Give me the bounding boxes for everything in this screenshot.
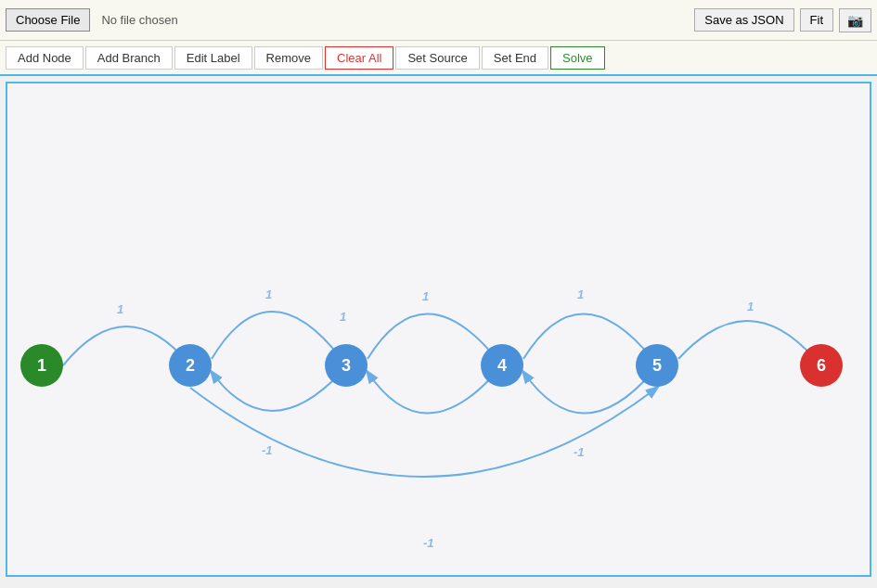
- camera-button[interactable]: 📷: [839, 8, 871, 32]
- fit-button[interactable]: Fit: [800, 8, 833, 32]
- node-2[interactable]: 2: [169, 344, 212, 387]
- set-end-button[interactable]: Set End: [482, 46, 548, 70]
- svg-text:1: 1: [422, 289, 429, 303]
- svg-text:-1: -1: [262, 443, 273, 457]
- save-json-button[interactable]: Save as JSON: [694, 8, 793, 32]
- graph-svg: 1 1 -1 1 1 -1 1 -1 1: [7, 83, 870, 575]
- node-1-label: 1: [37, 356, 46, 376]
- svg-text:1: 1: [340, 310, 346, 324]
- node-4[interactable]: 4: [481, 344, 523, 387]
- canvas-area[interactable]: 1 1 -1 1 1 -1 1 -1 1 1 2 3: [6, 82, 871, 577]
- node-6-label: 6: [817, 356, 826, 376]
- remove-button[interactable]: Remove: [254, 46, 323, 70]
- solve-button[interactable]: Solve: [550, 46, 605, 70]
- add-node-button[interactable]: Add Node: [6, 46, 84, 70]
- camera-icon: 📷: [847, 13, 863, 28]
- node-5-label: 5: [652, 356, 662, 376]
- svg-text:-1: -1: [423, 536, 434, 550]
- edit-label-button[interactable]: Edit Label: [174, 46, 252, 70]
- node-6[interactable]: 6: [800, 344, 843, 387]
- add-branch-button[interactable]: Add Branch: [85, 46, 173, 70]
- node-1[interactable]: 1: [20, 344, 63, 387]
- set-source-button[interactable]: Set Source: [395, 46, 479, 70]
- top-bar: Choose File No file chosen Save as JSON …: [0, 0, 877, 41]
- svg-text:-1: -1: [574, 445, 585, 459]
- file-name-label: No file chosen: [96, 13, 689, 27]
- node-4-label: 4: [497, 356, 507, 376]
- svg-text:1: 1: [747, 300, 754, 313]
- node-2-label: 2: [186, 356, 195, 376]
- clear-all-button[interactable]: Clear All: [325, 46, 393, 70]
- node-3[interactable]: 3: [325, 344, 368, 387]
- svg-text:1: 1: [117, 302, 123, 316]
- node-5[interactable]: 5: [636, 344, 678, 387]
- svg-text:1: 1: [577, 288, 584, 301]
- toolbar: Add Node Add Branch Edit Label Remove Cl…: [0, 41, 877, 76]
- node-3-label: 3: [342, 356, 351, 376]
- svg-text:1: 1: [265, 288, 272, 301]
- choose-file-button[interactable]: Choose File: [6, 8, 90, 32]
